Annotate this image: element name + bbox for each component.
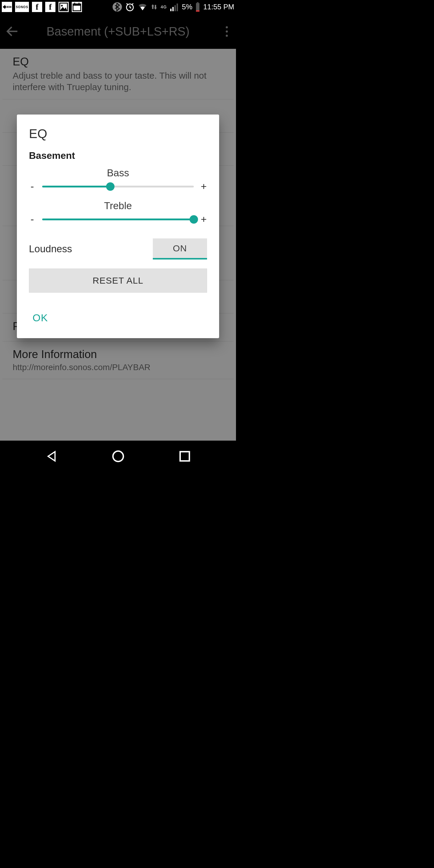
dialog-room-name: Basement xyxy=(17,150,219,165)
svg-point-2 xyxy=(7,6,9,7)
svg-point-5 xyxy=(61,5,63,7)
treble-increase-button[interactable]: + xyxy=(200,213,207,225)
svg-rect-13 xyxy=(172,7,173,11)
alarm-icon xyxy=(125,2,135,12)
bluetooth-icon xyxy=(112,2,122,12)
bass-slider[interactable] xyxy=(42,182,194,191)
nav-recent-button[interactable] xyxy=(178,450,192,463)
svg-rect-8 xyxy=(74,3,75,5)
bass-control: Bass - + xyxy=(17,165,219,198)
treble-decrease-button[interactable]: - xyxy=(29,213,36,225)
calendar-icon xyxy=(72,2,82,12)
svg-rect-20 xyxy=(180,452,189,461)
svg-rect-14 xyxy=(175,5,176,11)
battery-percent: 5% xyxy=(182,3,193,11)
bass-decrease-button[interactable]: - xyxy=(29,181,36,192)
status-left: SONOS f f xyxy=(2,2,82,12)
nav-back-button[interactable] xyxy=(44,450,59,463)
bass-increase-button[interactable]: + xyxy=(200,181,207,192)
nav-home-button[interactable] xyxy=(111,450,125,463)
loudness-label: Loudness xyxy=(29,243,153,255)
treble-slider[interactable] xyxy=(42,215,194,224)
svg-rect-15 xyxy=(177,4,178,11)
dialog-title: EQ xyxy=(17,127,219,150)
status-right: 4G 5% 11:55 PM xyxy=(112,2,234,12)
svg-rect-9 xyxy=(79,3,80,5)
more-notifications-icon xyxy=(2,2,12,12)
facebook-icon: f xyxy=(45,2,56,12)
eq-dialog: EQ Basement Bass - + Treble - + L xyxy=(17,115,219,338)
svg-rect-12 xyxy=(170,9,171,11)
slider-fill xyxy=(42,218,194,220)
reset-all-button[interactable]: RESET ALL xyxy=(29,269,207,293)
svg-point-19 xyxy=(113,451,123,462)
slider-fill xyxy=(42,186,110,187)
svg-rect-7 xyxy=(73,4,81,6)
svg-point-1 xyxy=(6,6,7,7)
treble-control: Treble - + xyxy=(17,198,219,230)
network-type-label: 4G xyxy=(161,4,167,9)
svg-rect-18 xyxy=(196,10,199,11)
slider-thumb[interactable] xyxy=(106,182,115,191)
battery-icon xyxy=(195,2,201,12)
wifi-icon xyxy=(137,2,148,12)
svg-rect-17 xyxy=(197,2,198,3)
bass-label: Bass xyxy=(29,167,207,179)
treble-label: Treble xyxy=(29,200,207,212)
slider-thumb[interactable] xyxy=(190,215,198,224)
system-nav-bar xyxy=(0,441,236,472)
sonos-app-icon: SONOS xyxy=(15,2,29,12)
svg-point-3 xyxy=(9,6,10,7)
loudness-row: Loudness ON xyxy=(17,230,219,267)
facebook-icon: f xyxy=(32,2,42,12)
status-bar: SONOS f f 4G 5% 11:55 PM xyxy=(0,0,236,14)
clock: 11:55 PM xyxy=(203,3,234,11)
ok-button[interactable]: OK xyxy=(29,310,52,326)
data-sync-icon xyxy=(150,2,158,12)
loudness-toggle[interactable]: ON xyxy=(153,239,207,259)
image-icon xyxy=(59,2,69,12)
cell-signal-icon xyxy=(169,2,180,12)
